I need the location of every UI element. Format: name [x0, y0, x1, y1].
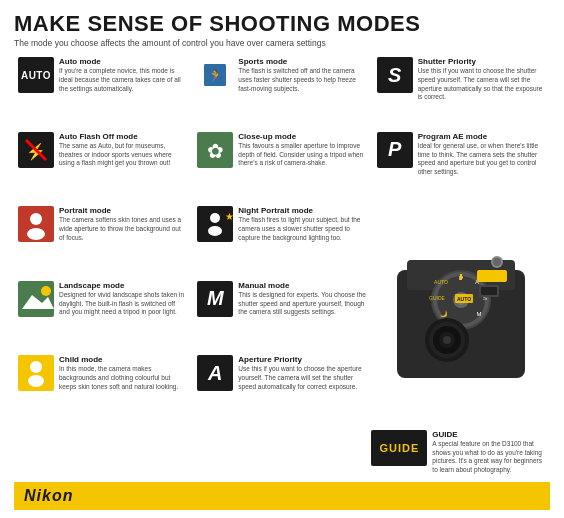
- portrait-mode-desc: The camera softens skin tones and uses a…: [59, 216, 187, 242]
- guide-mode-desc: A special feature on the D3100 that show…: [432, 440, 546, 475]
- night-portrait-mode-text: Night Portrait mode The flash fires to l…: [238, 206, 366, 242]
- auto-mode-cell: AUTO Auto mode If you're a complete novi…: [14, 54, 191, 127]
- svg-point-33: [443, 336, 451, 344]
- svg-rect-34: [477, 270, 507, 282]
- shutter-icon: S: [377, 57, 413, 93]
- auto-mode-desc: If you're a complete novice, this mode i…: [59, 67, 187, 93]
- manual-icon: M: [197, 281, 233, 317]
- flash-off-icon: ⚡: [18, 132, 54, 168]
- sports-mode-desc: The flash is switched off and the camera…: [238, 67, 366, 93]
- svg-text:M: M: [477, 311, 482, 317]
- aperture-icon: A: [197, 355, 233, 391]
- program-icon: P: [377, 132, 413, 168]
- svg-point-43: [41, 286, 51, 296]
- portrait-mode-text: Portrait mode The camera softens skin to…: [59, 206, 187, 242]
- flash-off-mode-text: Auto Flash Off mode The same as Auto, bu…: [59, 132, 187, 168]
- sports-mode-cell: 🏃 Sports mode The flash is switched off …: [193, 54, 370, 127]
- night-portrait-mode-desc: The flash fires to light your subject, b…: [238, 216, 366, 242]
- program-mode-cell: P Program AE mode Ideal for general use,…: [373, 129, 550, 202]
- aperture-mode-cell: A Aperture Priority Use this if you want…: [193, 352, 370, 425]
- child-mode-title: Child mode: [59, 355, 187, 364]
- manual-mode-text: Manual mode This is designed for experts…: [238, 281, 366, 317]
- child-mode-text: Child mode In this mode, the camera make…: [59, 355, 187, 391]
- sports-icon-box: 🏃: [197, 57, 233, 93]
- svg-text:🌙: 🌙: [440, 310, 448, 318]
- auto-icon: AUTO: [18, 57, 54, 93]
- program-mode-text: Program AE mode Ideal for general use, o…: [418, 132, 546, 177]
- main-title: MAKE SENSE OF SHOOTING MODES: [14, 12, 550, 36]
- auto-mode-text: Auto mode If you're a complete novice, t…: [59, 57, 187, 93]
- svg-point-8: [30, 213, 42, 225]
- manual-mode-cell: M Manual mode This is designed for exper…: [193, 278, 370, 351]
- camera-dial-cell: P A S M AUTO GUIDE 🌙: [373, 203, 550, 425]
- portrait-mode-title: Portrait mode: [59, 206, 187, 215]
- guide-row-spacer2: [191, 427, 366, 478]
- svg-point-45: [30, 361, 42, 373]
- sports-mode-title: Sports mode: [238, 57, 366, 66]
- modes-grid: AUTO Auto mode If you're a complete novi…: [14, 54, 550, 425]
- night-portrait-icon: ★: [197, 206, 233, 242]
- svg-point-11: [210, 213, 220, 223]
- shutter-mode-desc: Use this if you want to choose the shutt…: [418, 67, 546, 102]
- closeup-mode-cell: ✿ Close-up mode This favours a smaller a…: [193, 129, 370, 202]
- closeup-mode-text: Close-up mode This favours a smaller ape…: [238, 132, 366, 168]
- svg-point-12: [208, 226, 222, 236]
- camera-dial-svg: P A S M AUTO GUIDE 🌙: [397, 250, 525, 378]
- guide-mode-cell: GUIDE GUIDE A special feature on the D31…: [367, 427, 550, 478]
- flash-off-icon-box: ⚡: [18, 132, 54, 168]
- svg-text:AUTO: AUTO: [434, 279, 448, 285]
- auto-mode-title: Auto mode: [59, 57, 187, 66]
- guide-row: GUIDE GUIDE A special feature on the D31…: [14, 427, 550, 478]
- child-mode-cell: Child mode In this mode, the camera make…: [14, 352, 191, 425]
- flash-off-mode-desc: The same as Auto, but for museums, theat…: [59, 142, 187, 168]
- child-mode-desc: In this mode, the camera makes backgroun…: [59, 365, 187, 391]
- closeup-mode-title: Close-up mode: [238, 132, 366, 141]
- child-icon: [18, 355, 54, 391]
- aperture-mode-text: Aperture Priority Use this if you want t…: [238, 355, 366, 391]
- header: MAKE SENSE OF SHOOTING MODES The mode yo…: [14, 12, 550, 48]
- night-portrait-icon-box: ★: [197, 206, 233, 242]
- guide-mode-title: GUIDE: [432, 430, 546, 439]
- night-portrait-mode-cell: ★ Night Portrait mode The flash fires to…: [193, 203, 370, 276]
- main-container: MAKE SENSE OF SHOOTING MODES The mode yo…: [0, 0, 564, 518]
- svg-text:GUIDE: GUIDE: [429, 295, 446, 301]
- landscape-mode-cell: Landscape mode Designed for vivid landsc…: [14, 278, 191, 351]
- landscape-icon: [18, 281, 54, 317]
- guide-mode-text: GUIDE A special feature on the D3100 tha…: [432, 430, 546, 475]
- svg-text:★: ★: [225, 211, 233, 222]
- svg-rect-36: [481, 287, 497, 295]
- portrait-mode-cell: Portrait mode The camera softens skin to…: [14, 203, 191, 276]
- flash-off-mode-cell: ⚡ Auto Flash Off mode The same as Auto, …: [14, 129, 191, 202]
- landscape-mode-text: Landscape mode Designed for vivid landsc…: [59, 281, 187, 317]
- subtitle: The mode you choose affects the amount o…: [14, 38, 550, 48]
- landscape-icon-box: [18, 281, 54, 317]
- program-mode-desc: Ideal for general use, or when there's l…: [418, 142, 546, 177]
- shutter-mode-text: Shutter Priority Use this if you want to…: [418, 57, 546, 102]
- svg-point-38: [493, 258, 501, 266]
- guide-row-spacer: [14, 427, 189, 478]
- portrait-icon: [18, 206, 54, 242]
- program-mode-title: Program AE mode: [418, 132, 546, 141]
- aperture-mode-title: Aperture Priority: [238, 355, 366, 364]
- svg-point-9: [27, 228, 45, 240]
- aperture-mode-desc: Use this if you want to choose the apert…: [238, 365, 366, 391]
- closeup-icon-box: ✿: [197, 132, 233, 168]
- nikon-logo: Nikon: [24, 487, 73, 505]
- sports-mode-text: Sports mode The flash is switched off an…: [238, 57, 366, 93]
- svg-text:✿: ✿: [207, 140, 224, 162]
- landscape-mode-desc: Designed for vivid landscape shots taken…: [59, 291, 187, 317]
- flash-off-mode-title: Auto Flash Off mode: [59, 132, 187, 141]
- shutter-mode-cell: S Shutter Priority Use this if you want …: [373, 54, 550, 127]
- svg-point-46: [28, 375, 44, 387]
- svg-text:AUTO: AUTO: [457, 296, 471, 302]
- landscape-mode-title: Landscape mode: [59, 281, 187, 290]
- sports-icon: 🏃: [204, 64, 226, 86]
- manual-mode-title: Manual mode: [238, 281, 366, 290]
- portrait-icon-box: [18, 206, 54, 242]
- guide-icon: GUIDE: [371, 430, 427, 466]
- night-portrait-mode-title: Night Portrait mode: [238, 206, 366, 215]
- nikon-bar: Nikon: [14, 482, 550, 510]
- closeup-mode-desc: This favours a smaller aperture to impro…: [238, 142, 366, 168]
- shutter-mode-title: Shutter Priority: [418, 57, 546, 66]
- closeup-icon: ✿: [197, 132, 233, 168]
